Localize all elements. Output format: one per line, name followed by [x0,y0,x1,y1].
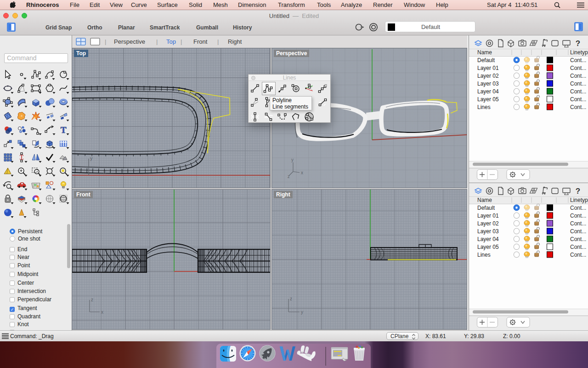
svg-text:z: z [288,174,290,179]
svg-text:z: z [91,297,93,302]
svg-text:x: x [103,169,106,174]
svg-text:y: y [90,155,93,161]
svg-text:x: x [301,170,303,175]
svg-text:x: x [101,310,103,315]
svg-text:y: y [301,310,303,315]
svg-text:z: z [290,296,292,301]
svg-text:T: T [61,125,67,135]
svg-text:y: y [291,157,294,162]
